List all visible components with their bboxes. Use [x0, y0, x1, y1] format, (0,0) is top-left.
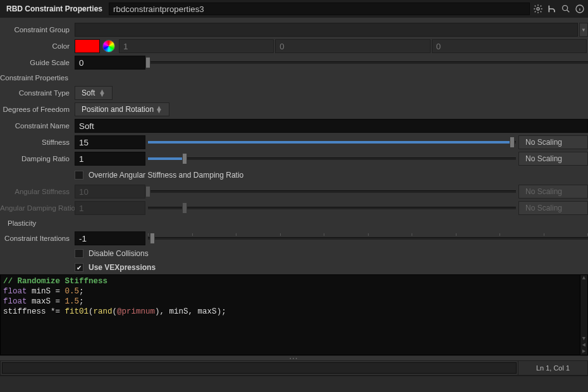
code-scrollbar[interactable]: ▲ ▼ ◄ ►	[580, 275, 587, 355]
scroll-right-icon[interactable]: ►	[582, 348, 585, 355]
constraint-type-value: Soft	[82, 89, 95, 97]
vexpression-editor[interactable]: // Randomize Stiffness float minS = 0.5;…	[0, 274, 588, 355]
status-field[interactable]	[2, 362, 517, 374]
angular-stiffness-input	[75, 185, 145, 199]
damping-ratio-input[interactable]	[75, 152, 145, 166]
stiffness-slider[interactable]	[148, 135, 516, 149]
degrees-of-freedom-value: Position and Rotation	[82, 105, 154, 114]
svg-point-1	[563, 6, 568, 11]
constraint-group-label: Constraint Group	[0, 26, 75, 34]
color-r-input[interactable]	[119, 39, 274, 53]
svg-point-0	[537, 8, 539, 10]
damping-ratio-slider[interactable]	[148, 152, 516, 166]
damping-ratio-scaling-button[interactable]: No Scaling	[518, 152, 588, 166]
color-picker-icon[interactable]	[102, 40, 115, 52]
angular-damping-ratio-label: Angular Damping Ratio	[0, 204, 75, 212]
line-col-indicator: Ln 1, Col 1	[518, 361, 587, 375]
constraint-iterations-slider[interactable]	[148, 231, 588, 245]
override-angular-label: Override Angular Stiffness and Damping R…	[89, 171, 243, 180]
angular-stiffness-label: Angular Stiffness	[0, 188, 75, 195]
constraint-group-menu-button[interactable]: ▼	[579, 23, 588, 37]
constraint-type-label: Constraint Type	[0, 89, 75, 97]
gear-icon[interactable]	[532, 3, 544, 15]
scroll-down-icon[interactable]: ▼	[582, 336, 585, 342]
constraint-iterations-input[interactable]	[75, 231, 145, 245]
color-label: Color	[0, 42, 75, 50]
angular-stiffness-slider	[148, 185, 516, 199]
degrees-of-freedom-label: Degrees of Freedom	[0, 106, 75, 113]
constraint-group-input[interactable]	[75, 23, 578, 37]
guide-scale-input[interactable]	[75, 56, 145, 70]
node-name-field[interactable]	[109, 3, 530, 15]
guide-scale-label: Guide Scale	[0, 59, 75, 66]
resize-grip[interactable]	[0, 355, 588, 360]
constraint-properties-section: Constraint Properties	[0, 74, 68, 82]
use-vexpressions-checkbox[interactable]	[75, 263, 83, 272]
constraint-iterations-label: Constraint Iterations	[0, 235, 75, 242]
angular-damping-ratio-slider	[148, 201, 516, 215]
color-g-input[interactable]	[275, 39, 430, 53]
constraint-name-input[interactable]	[75, 119, 588, 133]
stiffness-input[interactable]	[75, 135, 145, 149]
override-angular-checkbox[interactable]	[75, 171, 83, 180]
search-icon[interactable]	[560, 3, 572, 15]
angular-damping-ratio-scaling-button: No Scaling	[518, 201, 588, 215]
plasticity-section: Plasticity	[8, 219, 36, 227]
stiffness-label: Stiffness	[0, 138, 75, 146]
use-vexpressions-label: Use VEXpressions	[89, 263, 156, 272]
stiffness-scaling-button[interactable]: No Scaling	[518, 135, 588, 149]
updown-icon: ▲▼	[99, 90, 106, 96]
angular-damping-ratio-input	[75, 201, 145, 215]
node-type-title: RBD Constraint Properties	[3, 4, 106, 13]
updown-icon: ▲▼	[156, 106, 162, 113]
scroll-up-icon[interactable]: ▲	[582, 275, 585, 281]
degrees-of-freedom-dropdown[interactable]: Position and Rotation ▲▼	[75, 102, 169, 116]
houdini-icon[interactable]	[546, 3, 558, 15]
scroll-left-icon[interactable]: ◄	[582, 342, 585, 348]
damping-ratio-label: Damping Ratio	[0, 155, 75, 162]
constraint-name-label: Constraint Name	[0, 122, 75, 130]
info-icon[interactable]	[574, 3, 585, 15]
disable-collisions-label: Disable Collisions	[89, 249, 149, 258]
color-swatch[interactable]	[75, 39, 100, 53]
guide-scale-slider[interactable]	[148, 56, 588, 70]
footer-area	[0, 376, 588, 392]
disable-collisions-checkbox[interactable]	[75, 249, 83, 258]
angular-stiffness-scaling-button: No Scaling	[518, 185, 588, 199]
constraint-type-dropdown[interactable]: Soft ▲▼	[75, 86, 113, 100]
color-b-input[interactable]	[432, 39, 587, 53]
